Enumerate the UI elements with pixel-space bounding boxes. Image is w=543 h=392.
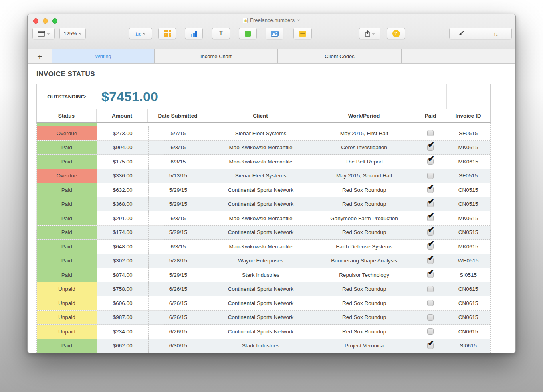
work-period-cell[interactable]: Red Sox Roundup: [313, 197, 416, 211]
paid-checkbox[interactable]: [427, 286, 434, 292]
paid-cell[interactable]: ✔: [415, 226, 446, 240]
amount-cell[interactable]: $174.00: [97, 226, 149, 240]
paid-cell[interactable]: ✔: [415, 197, 446, 211]
work-period-cell[interactable]: Red Sox Roundup: [313, 226, 416, 240]
status-cell[interactable]: Overdue: [37, 169, 97, 183]
invoice-id-cell[interactable]: MK0615: [446, 211, 490, 225]
add-sheet-button[interactable]: +: [28, 49, 52, 63]
client-cell[interactable]: Continental Sports Network: [208, 282, 313, 296]
invoice-id-cell[interactable]: CN0515: [446, 197, 490, 211]
invoice-id-cell[interactable]: MK0615: [446, 141, 490, 155]
paid-cell[interactable]: [415, 296, 446, 310]
work-period-cell[interactable]: Boomerang Shape Analysis: [313, 254, 416, 268]
status-cell[interactable]: Overdue: [37, 126, 97, 140]
status-cell[interactable]: Paid: [37, 240, 97, 254]
amount-cell[interactable]: $662.00: [97, 339, 149, 353]
column-header-work-period[interactable]: Work/Period: [313, 109, 415, 122]
client-cell[interactable]: Mao-Kwikowski Mercantile: [208, 211, 313, 225]
status-cell[interactable]: Paid: [37, 339, 97, 353]
date-cell[interactable]: 5/29/15: [149, 183, 209, 197]
paid-checkbox[interactable]: ✔: [427, 243, 434, 250]
date-cell[interactable]: 6/26/15: [149, 311, 209, 325]
status-cell[interactable]: Unpaid: [37, 296, 97, 310]
paid-checkbox[interactable]: ✔: [427, 144, 434, 151]
paid-cell[interactable]: [415, 282, 446, 296]
amount-cell[interactable]: $175.00: [97, 155, 149, 169]
media-button[interactable]: Media: [266, 28, 283, 39]
work-period-cell[interactable]: Red Sox Roundup: [313, 311, 416, 325]
amount-cell[interactable]: $987.00: [97, 311, 149, 325]
zoom-dropdown[interactable]: 125% Zoom: [59, 28, 86, 39]
amount-cell[interactable]: $291.00: [97, 211, 149, 225]
paid-cell[interactable]: [415, 311, 446, 325]
date-cell[interactable]: 5/13/15: [149, 169, 209, 183]
paid-checkbox[interactable]: [427, 328, 434, 335]
paid-checkbox[interactable]: ✔: [427, 158, 434, 165]
tab-income-chart[interactable]: Income Chart: [155, 49, 278, 63]
amount-cell[interactable]: $302.00: [97, 254, 149, 268]
paid-checkbox[interactable]: ✔: [427, 201, 434, 207]
invoice-id-cell[interactable]: CN0615: [446, 296, 490, 310]
column-header-status[interactable]: Status: [37, 109, 97, 122]
client-cell[interactable]: Continental Sports Network: [208, 325, 313, 339]
client-cell[interactable]: Stark Industries: [208, 339, 313, 353]
column-header-client[interactable]: Client: [208, 109, 313, 122]
status-cell[interactable]: Paid: [37, 155, 97, 169]
amount-cell[interactable]: $994.00: [97, 141, 149, 155]
client-cell[interactable]: Sienar Fleet Systems: [208, 126, 313, 140]
work-period-cell[interactable]: Earth Defense Systems: [313, 240, 416, 254]
status-cell[interactable]: Paid: [37, 268, 97, 282]
paid-checkbox[interactable]: [427, 314, 434, 321]
text-button[interactable]: T Text: [212, 28, 230, 39]
paid-checkbox[interactable]: [427, 173, 434, 179]
status-cell[interactable]: Paid: [37, 211, 97, 225]
paid-checkbox[interactable]: ✔: [427, 215, 434, 221]
client-cell[interactable]: Mao-Kwikowski Mercantile: [208, 141, 313, 155]
date-cell[interactable]: 6/3/15: [149, 240, 209, 254]
invoice-id-cell[interactable]: CN0515: [446, 226, 490, 240]
amount-cell[interactable]: $648.00: [97, 240, 149, 254]
client-cell[interactable]: Continental Sports Network: [208, 197, 313, 211]
paid-cell[interactable]: ✔: [415, 268, 446, 282]
paid-cell[interactable]: ✔: [415, 211, 446, 225]
status-cell[interactable]: Paid: [37, 183, 97, 197]
paid-cell[interactable]: ✔: [415, 240, 446, 254]
status-cell[interactable]: Unpaid: [37, 325, 97, 339]
paid-cell[interactable]: ✔: [415, 254, 446, 268]
outstanding-value[interactable]: $7451.00: [97, 84, 447, 109]
date-cell[interactable]: 5/7/15: [149, 126, 209, 140]
invoice-id-cell[interactable]: CN0615: [446, 282, 490, 296]
table-button[interactable]: Table: [158, 28, 176, 39]
paid-checkbox[interactable]: ✔: [427, 343, 434, 349]
invoice-id-cell[interactable]: MK0615: [446, 240, 490, 254]
work-period-cell[interactable]: Repulsor Technology: [313, 268, 416, 282]
client-cell[interactable]: Continental Sports Network: [208, 226, 313, 240]
chart-button[interactable]: Chart: [185, 28, 203, 39]
date-cell[interactable]: 5/29/15: [149, 197, 209, 211]
comment-button[interactable]: Comment: [293, 28, 312, 39]
paid-checkbox[interactable]: [427, 130, 434, 136]
view-button[interactable]: View: [32, 28, 55, 39]
paid-cell[interactable]: ✔: [415, 183, 446, 197]
format-button[interactable]: [449, 28, 474, 39]
status-cell[interactable]: Paid: [37, 254, 97, 268]
paid-cell[interactable]: [415, 169, 446, 183]
invoice-id-cell[interactable]: CN0615: [446, 311, 490, 325]
amount-cell[interactable]: $758.00: [97, 282, 149, 296]
invoice-id-cell[interactable]: WE0515: [446, 254, 490, 268]
status-cell[interactable]: Paid: [37, 197, 97, 211]
work-period-cell[interactable]: Ganymede Farm Production: [313, 211, 416, 225]
amount-cell[interactable]: $336.00: [97, 169, 149, 183]
column-header-invoice-id[interactable]: Invoice ID: [446, 109, 490, 122]
paid-cell[interactable]: ✔: [415, 155, 446, 169]
invoice-id-cell[interactable]: SF0515: [446, 169, 490, 183]
work-period-cell[interactable]: May 2015, Second Half: [313, 169, 416, 183]
date-cell[interactable]: 6/3/15: [149, 211, 209, 225]
work-period-cell[interactable]: Ceres Investigation: [313, 141, 416, 155]
tab-writing[interactable]: Writing: [52, 49, 155, 63]
date-cell[interactable]: 5/28/15: [149, 254, 209, 268]
invoice-id-cell[interactable]: CN0615: [446, 325, 490, 339]
invoice-id-cell[interactable]: SI0615: [446, 339, 490, 353]
shape-button[interactable]: Shape: [239, 28, 257, 39]
date-cell[interactable]: 5/29/15: [149, 226, 209, 240]
